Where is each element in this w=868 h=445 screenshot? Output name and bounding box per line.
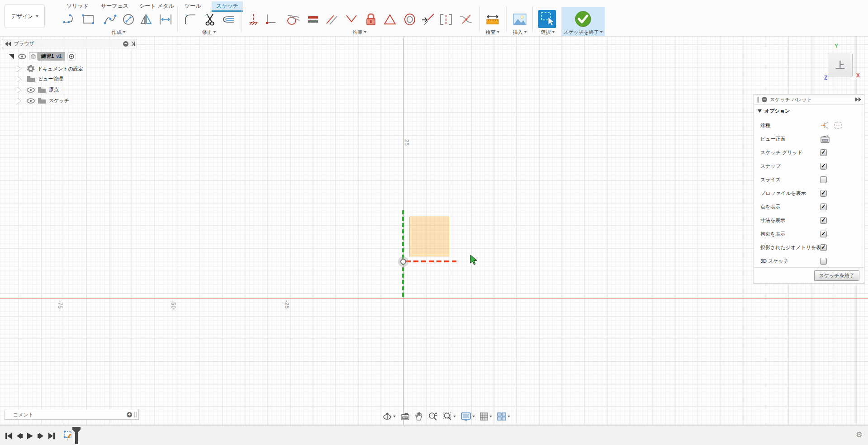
expand-closed-icon[interactable]: [17, 87, 21, 93]
viewports-icon[interactable]: [495, 411, 512, 422]
expand-closed-icon[interactable]: [17, 76, 21, 82]
mirror-tool-icon[interactable]: [138, 11, 155, 28]
curvature-constraint-icon[interactable]: [438, 11, 454, 28]
fixed-y-axis-sketch-line[interactable]: [402, 210, 404, 298]
folder-icon: [38, 86, 46, 93]
construction-line-icon[interactable]: [820, 121, 830, 130]
activate-component-radio[interactable]: [67, 52, 76, 61]
equal-constraint-icon[interactable]: [305, 11, 321, 28]
go-to-start-icon[interactable]: [4, 431, 14, 441]
circle-tool-icon[interactable]: [120, 11, 137, 28]
horizontal-vertical-constraint-icon[interactable]: [262, 11, 279, 28]
drag-handle-icon[interactable]: [134, 412, 137, 417]
browser-item-view-management[interactable]: ビュー管理: [17, 75, 66, 83]
zoom-icon[interactable]: [427, 411, 439, 422]
go-to-end-icon[interactable]: [47, 431, 57, 441]
expand-panel-icon[interactable]: [131, 42, 135, 46]
collapse-right-icon[interactable]: [855, 97, 861, 102]
grid-settings-icon[interactable]: [478, 411, 493, 422]
eye-icon[interactable]: [27, 87, 35, 93]
offset-tool-icon[interactable]: [220, 11, 237, 28]
smooth-constraint-icon[interactable]: [458, 11, 474, 28]
browser-root-row[interactable]: 練習1v1: [8, 52, 76, 61]
viewcube[interactable]: 上: [828, 54, 853, 76]
sketch-palette-header[interactable]: − スケッチ パレット: [754, 95, 864, 105]
center-line-icon[interactable]: [834, 121, 843, 129]
select-group-dropdown[interactable]: 選択: [541, 29, 555, 35]
pan-icon[interactable]: [413, 411, 425, 422]
workspace-switcher-button[interactable]: デザイン: [5, 5, 45, 28]
insert-group-dropdown[interactable]: 挿入: [513, 29, 527, 35]
concentric-constraint-icon[interactable]: [402, 11, 418, 28]
tab-solid[interactable]: ソリッド: [62, 1, 93, 10]
modify-group-dropdown[interactable]: 修正: [202, 29, 216, 35]
browser-item-sketches[interactable]: スケッチ: [17, 96, 72, 105]
spline-tool-icon[interactable]: [102, 11, 119, 28]
options-section-header[interactable]: オプション: [754, 105, 864, 117]
browser-item-document-settings[interactable]: ドキュメントの設定: [17, 64, 86, 74]
tab-sheet-metal[interactable]: シート メタル: [135, 1, 179, 10]
expand-closed-icon[interactable]: [17, 66, 21, 71]
collapse-left-icon[interactable]: [5, 42, 11, 46]
trim-tool-icon[interactable]: [202, 11, 218, 28]
document-name[interactable]: 練習1v1: [38, 52, 65, 61]
tangent-constraint-icon[interactable]: [285, 11, 301, 28]
constraints-group-dropdown[interactable]: 拘束: [353, 29, 367, 35]
show-constraints-checkbox[interactable]: [820, 231, 827, 237]
dimension-tool-icon[interactable]: [157, 11, 174, 28]
gear-icon[interactable]: ⚙: [856, 430, 863, 440]
comment-bar[interactable]: コメント +: [5, 410, 139, 420]
sketch-grid-checkbox[interactable]: [820, 149, 827, 156]
sketch-canvas[interactable]: -75 -50 -25 25: [0, 37, 868, 425]
3d-sketch-checkbox[interactable]: [820, 258, 827, 265]
eye-icon[interactable]: [18, 54, 26, 59]
coincident-constraint-icon[interactable]: [245, 11, 261, 28]
eye-icon[interactable]: [27, 98, 35, 104]
tab-surface[interactable]: サーフェス: [96, 1, 133, 10]
tab-sketch[interactable]: スケッチ: [212, 1, 243, 10]
show-points-checkbox[interactable]: [820, 204, 827, 210]
show-profile-checkbox[interactable]: [820, 190, 827, 197]
create-group-dropdown[interactable]: 作成: [112, 29, 126, 35]
measure-icon[interactable]: [484, 11, 501, 28]
tab-tools[interactable]: ツール: [180, 1, 206, 10]
drag-handle-icon[interactable]: [757, 97, 759, 103]
remove-panel-icon[interactable]: −: [123, 41, 128, 47]
look-at-icon[interactable]: [820, 135, 830, 143]
parallel-constraint-icon[interactable]: [323, 11, 340, 28]
sketch-profile-rectangle[interactable]: [409, 217, 449, 256]
display-settings-icon[interactable]: [459, 411, 476, 422]
perpendicular-constraint-icon[interactable]: [343, 11, 360, 28]
line-tool-icon[interactable]: [61, 11, 77, 28]
remove-panel-icon[interactable]: −: [762, 97, 767, 102]
slice-checkbox[interactable]: [820, 176, 827, 183]
inspect-group-dropdown[interactable]: 検査: [486, 29, 500, 35]
midpoint-constraint-icon[interactable]: [382, 11, 398, 28]
step-back-icon[interactable]: [14, 431, 24, 441]
expand-open-icon[interactable]: [8, 53, 14, 60]
browser-item-origin[interactable]: 原点: [17, 85, 62, 94]
finish-sketch-dropdown[interactable]: スケッチを終了: [563, 29, 602, 35]
play-icon[interactable]: [25, 431, 35, 441]
look-at-icon[interactable]: [399, 412, 411, 421]
fixed-x-axis-sketch-line[interactable]: [406, 260, 456, 262]
select-icon[interactable]: [538, 10, 556, 28]
finish-sketch-palette-button[interactable]: スケッチを終了: [814, 270, 859, 281]
collinear-constraint-icon[interactable]: [420, 11, 436, 28]
show-dimensions-checkbox[interactable]: [820, 217, 827, 224]
fillet-tool-icon[interactable]: [183, 11, 199, 28]
browser-panel-header[interactable]: ブラウザ −: [2, 39, 137, 48]
rectangle-tool-icon[interactable]: [80, 11, 96, 28]
zoom-window-icon[interactable]: [441, 411, 457, 422]
step-forward-icon[interactable]: [36, 431, 46, 441]
timeline-playhead[interactable]: [71, 427, 81, 444]
add-comment-icon[interactable]: +: [127, 412, 132, 417]
snap-checkbox[interactable]: [820, 163, 827, 170]
fix-constraint-icon[interactable]: [363, 11, 379, 28]
insert-image-icon[interactable]: [512, 11, 528, 28]
show-projected-geometry-checkbox[interactable]: [820, 244, 827, 251]
orbit-icon[interactable]: [381, 411, 397, 422]
expand-closed-icon[interactable]: [17, 98, 21, 104]
viewcube-top-face[interactable]: 上: [836, 59, 845, 71]
origin-point[interactable]: [398, 256, 408, 267]
